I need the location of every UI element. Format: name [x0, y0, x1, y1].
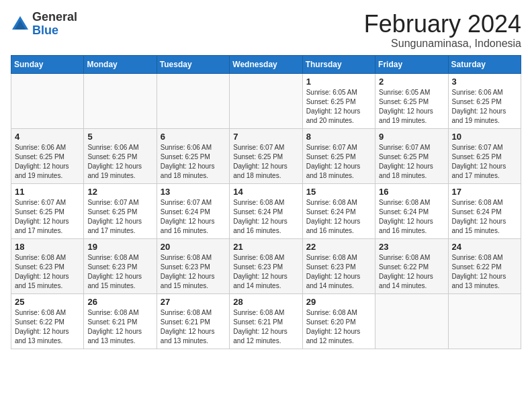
day-number: 29 [306, 297, 371, 307]
day-detail: Sunrise: 6:08 AM Sunset: 6:22 PM Dayligh… [15, 308, 80, 346]
day-number: 6 [161, 132, 226, 142]
week-row-5: 25Sunrise: 6:08 AM Sunset: 6:22 PM Dayli… [11, 293, 521, 349]
day-cell: 13Sunrise: 6:07 AM Sunset: 6:24 PM Dayli… [157, 183, 229, 238]
header: General Blue February 2024 Sungunaminasa… [11, 11, 521, 50]
calendar-body: 1Sunrise: 6:05 AM Sunset: 6:25 PM Daylig… [11, 73, 521, 349]
day-cell: 4Sunrise: 6:06 AM Sunset: 6:25 PM Daylig… [11, 128, 84, 183]
day-detail: Sunrise: 6:06 AM Sunset: 6:25 PM Dayligh… [15, 143, 80, 181]
column-header-wednesday: Wednesday [230, 55, 302, 73]
day-cell: 17Sunrise: 6:08 AM Sunset: 6:24 PM Dayli… [448, 183, 521, 238]
day-number: 19 [87, 242, 152, 252]
day-cell: 9Sunrise: 6:07 AM Sunset: 6:25 PM Daylig… [375, 128, 448, 183]
day-cell: 21Sunrise: 6:08 AM Sunset: 6:23 PM Dayli… [230, 238, 302, 293]
day-detail: Sunrise: 6:08 AM Sunset: 6:20 PM Dayligh… [306, 308, 371, 346]
day-detail: Sunrise: 6:08 AM Sunset: 6:23 PM Dayligh… [15, 253, 80, 291]
day-detail: Sunrise: 6:07 AM Sunset: 6:25 PM Dayligh… [379, 143, 444, 181]
calendar-header: SundayMondayTuesdayWednesdayThursdayFrid… [11, 55, 521, 73]
day-detail: Sunrise: 6:07 AM Sunset: 6:25 PM Dayligh… [452, 143, 517, 181]
day-detail: Sunrise: 6:08 AM Sunset: 6:21 PM Dayligh… [161, 308, 226, 346]
day-number: 12 [87, 187, 152, 197]
day-detail: Sunrise: 6:06 AM Sunset: 6:25 PM Dayligh… [161, 143, 226, 181]
day-detail: Sunrise: 6:08 AM Sunset: 6:23 PM Dayligh… [87, 253, 152, 291]
day-cell [11, 73, 84, 128]
week-row-3: 11Sunrise: 6:07 AM Sunset: 6:25 PM Dayli… [11, 183, 521, 238]
day-cell: 1Sunrise: 6:05 AM Sunset: 6:25 PM Daylig… [302, 73, 375, 128]
day-number: 21 [233, 242, 298, 252]
day-number: 16 [379, 187, 444, 197]
day-cell: 8Sunrise: 6:07 AM Sunset: 6:25 PM Daylig… [302, 128, 375, 183]
column-header-monday: Monday [84, 55, 157, 73]
day-cell: 24Sunrise: 6:08 AM Sunset: 6:22 PM Dayli… [448, 238, 521, 293]
day-detail: Sunrise: 6:08 AM Sunset: 6:22 PM Dayligh… [452, 253, 517, 291]
day-detail: Sunrise: 6:07 AM Sunset: 6:25 PM Dayligh… [87, 198, 152, 236]
column-header-saturday: Saturday [448, 55, 521, 73]
week-row-4: 18Sunrise: 6:08 AM Sunset: 6:23 PM Dayli… [11, 238, 521, 293]
column-header-tuesday: Tuesday [157, 55, 229, 73]
day-detail: Sunrise: 6:06 AM Sunset: 6:25 PM Dayligh… [87, 143, 152, 181]
day-number: 14 [233, 187, 298, 197]
day-detail: Sunrise: 6:07 AM Sunset: 6:25 PM Dayligh… [15, 198, 80, 236]
day-number: 9 [379, 132, 444, 142]
day-detail: Sunrise: 6:08 AM Sunset: 6:23 PM Dayligh… [233, 253, 298, 291]
day-detail: Sunrise: 6:08 AM Sunset: 6:24 PM Dayligh… [233, 198, 298, 236]
day-number: 15 [306, 187, 371, 197]
day-cell: 7Sunrise: 6:07 AM Sunset: 6:25 PM Daylig… [230, 128, 302, 183]
day-number: 2 [379, 77, 444, 87]
day-cell: 20Sunrise: 6:08 AM Sunset: 6:23 PM Dayli… [157, 238, 229, 293]
day-detail: Sunrise: 6:07 AM Sunset: 6:24 PM Dayligh… [161, 198, 226, 236]
day-cell [157, 73, 229, 128]
day-cell: 29Sunrise: 6:08 AM Sunset: 6:20 PM Dayli… [302, 293, 375, 349]
day-number: 11 [15, 187, 80, 197]
day-number: 7 [233, 132, 298, 142]
day-number: 8 [306, 132, 371, 142]
day-number: 23 [379, 242, 444, 252]
day-cell: 18Sunrise: 6:08 AM Sunset: 6:23 PM Dayli… [11, 238, 84, 293]
day-detail: Sunrise: 6:08 AM Sunset: 6:21 PM Dayligh… [87, 308, 152, 346]
day-cell: 2Sunrise: 6:05 AM Sunset: 6:25 PM Daylig… [375, 73, 448, 128]
day-number: 10 [452, 132, 517, 142]
day-cell: 26Sunrise: 6:08 AM Sunset: 6:21 PM Dayli… [84, 293, 157, 349]
month-year: February 2024 [364, 11, 521, 38]
day-detail: Sunrise: 6:07 AM Sunset: 6:25 PM Dayligh… [233, 143, 298, 181]
day-detail: Sunrise: 6:08 AM Sunset: 6:24 PM Dayligh… [306, 198, 371, 236]
day-number: 24 [452, 242, 517, 252]
day-detail: Sunrise: 6:07 AM Sunset: 6:25 PM Dayligh… [306, 143, 371, 181]
column-header-friday: Friday [375, 55, 448, 73]
calendar-table: SundayMondayTuesdayWednesdayThursdayFrid… [11, 55, 521, 349]
day-cell: 3Sunrise: 6:06 AM Sunset: 6:25 PM Daylig… [448, 73, 521, 128]
day-number: 28 [233, 297, 298, 307]
day-detail: Sunrise: 6:05 AM Sunset: 6:25 PM Dayligh… [306, 88, 371, 126]
logo-blue-text: Blue [32, 24, 58, 37]
day-cell: 12Sunrise: 6:07 AM Sunset: 6:25 PM Dayli… [84, 183, 157, 238]
day-cell: 27Sunrise: 6:08 AM Sunset: 6:21 PM Dayli… [157, 293, 229, 349]
day-number: 27 [161, 297, 226, 307]
day-cell [375, 293, 448, 349]
day-cell: 6Sunrise: 6:06 AM Sunset: 6:25 PM Daylig… [157, 128, 229, 183]
header-row: SundayMondayTuesdayWednesdayThursdayFrid… [11, 55, 521, 73]
column-header-thursday: Thursday [302, 55, 375, 73]
day-number: 20 [161, 242, 226, 252]
day-number: 26 [87, 297, 152, 307]
day-cell: 25Sunrise: 6:08 AM Sunset: 6:22 PM Dayli… [11, 293, 84, 349]
day-detail: Sunrise: 6:08 AM Sunset: 6:21 PM Dayligh… [233, 308, 298, 346]
day-number: 3 [452, 77, 517, 87]
day-cell: 28Sunrise: 6:08 AM Sunset: 6:21 PM Dayli… [230, 293, 302, 349]
day-detail: Sunrise: 6:08 AM Sunset: 6:22 PM Dayligh… [379, 253, 444, 291]
day-number: 13 [161, 187, 226, 197]
logo: General Blue [11, 11, 77, 38]
title-area: February 2024 Sungunaminasa, Indonesia [364, 11, 521, 50]
logo-icon [11, 15, 30, 34]
day-detail: Sunrise: 6:08 AM Sunset: 6:23 PM Dayligh… [161, 253, 226, 291]
day-cell: 19Sunrise: 6:08 AM Sunset: 6:23 PM Dayli… [84, 238, 157, 293]
day-detail: Sunrise: 6:05 AM Sunset: 6:25 PM Dayligh… [379, 88, 444, 126]
day-cell: 15Sunrise: 6:08 AM Sunset: 6:24 PM Dayli… [302, 183, 375, 238]
column-header-sunday: Sunday [11, 55, 84, 73]
day-cell: 14Sunrise: 6:08 AM Sunset: 6:24 PM Dayli… [230, 183, 302, 238]
day-detail: Sunrise: 6:08 AM Sunset: 6:24 PM Dayligh… [379, 198, 444, 236]
day-number: 4 [15, 132, 80, 142]
day-cell [230, 73, 302, 128]
day-cell: 10Sunrise: 6:07 AM Sunset: 6:25 PM Dayli… [448, 128, 521, 183]
location: Sungunaminasa, Indonesia [364, 38, 521, 50]
week-row-2: 4Sunrise: 6:06 AM Sunset: 6:25 PM Daylig… [11, 128, 521, 183]
day-detail: Sunrise: 6:06 AM Sunset: 6:25 PM Dayligh… [452, 88, 517, 126]
